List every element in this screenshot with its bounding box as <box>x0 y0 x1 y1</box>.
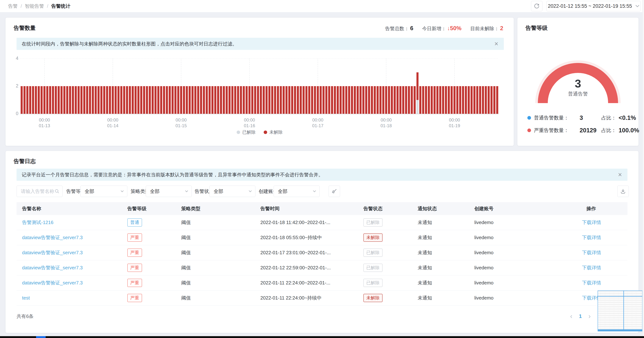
bar-unresolved[interactable] <box>351 86 353 114</box>
bar-unresolved[interactable] <box>356 86 358 114</box>
bar-unresolved[interactable] <box>243 86 245 114</box>
download-button[interactable] <box>617 186 629 197</box>
bar-unresolved[interactable] <box>490 86 492 114</box>
bar-unresolved[interactable] <box>450 86 453 114</box>
filter-select-level[interactable]: 全部 <box>80 186 127 197</box>
prev-page-button[interactable]: ‹ <box>570 313 572 319</box>
bar-unresolved[interactable] <box>231 86 233 114</box>
bar-unresolved[interactable] <box>35 86 37 114</box>
bar-unresolved[interactable] <box>371 86 373 114</box>
bar-unresolved[interactable] <box>485 86 487 114</box>
bar-unresolved[interactable] <box>428 86 430 114</box>
bar-unresolved[interactable] <box>297 86 299 114</box>
bar-unresolved[interactable] <box>268 86 270 114</box>
bar-unresolved[interactable] <box>46 86 48 114</box>
bar-unresolved[interactable] <box>186 86 188 114</box>
bar-unresolved[interactable] <box>476 86 478 114</box>
bar-unresolved[interactable] <box>174 86 176 114</box>
bar-unresolved[interactable] <box>405 86 407 114</box>
bar-unresolved[interactable] <box>220 86 222 114</box>
filter-select-account[interactable]: 全部 <box>274 186 320 197</box>
bar-unresolved[interactable] <box>41 86 43 114</box>
bar-unresolved[interactable] <box>271 86 273 114</box>
alert-name-link[interactable]: dataview告警验证_server7.3 <box>22 280 127 286</box>
bar-unresolved[interactable] <box>60 86 62 114</box>
bar-unresolved[interactable] <box>109 86 111 114</box>
bar-unresolved[interactable] <box>86 86 88 114</box>
breadcrumb-item[interactable]: 告警 <box>8 3 18 10</box>
bar-unresolved[interactable] <box>260 86 262 114</box>
bar-unresolved[interactable] <box>52 86 54 114</box>
close-icon[interactable]: × <box>494 41 499 47</box>
bar-unresolved[interactable] <box>402 86 404 114</box>
scrollbar-track[interactable] <box>642 0 644 338</box>
bar-unresolved[interactable] <box>120 86 122 114</box>
bar-unresolved[interactable] <box>118 86 120 114</box>
bar-unresolved[interactable] <box>391 86 393 114</box>
bar-unresolved[interactable] <box>482 86 484 114</box>
bar-unresolved[interactable] <box>138 86 140 114</box>
next-page-button[interactable]: › <box>588 313 591 319</box>
bar-unresolved[interactable] <box>140 86 142 114</box>
bar-unresolved[interactable] <box>226 86 228 114</box>
bar-unresolved[interactable] <box>209 86 211 114</box>
bar-unresolved[interactable] <box>431 86 433 114</box>
bar-unresolved[interactable] <box>496 86 498 114</box>
bar-unresolved[interactable] <box>26 86 28 114</box>
bar-unresolved[interactable] <box>69 86 71 114</box>
bar-unresolved[interactable] <box>345 86 347 114</box>
bar-unresolved[interactable] <box>106 86 108 114</box>
bar-unresolved[interactable] <box>75 86 77 114</box>
bar-unresolved[interactable] <box>80 86 82 114</box>
download-detail-link[interactable]: 下载详情 <box>582 234 628 241</box>
bar-unresolved[interactable] <box>411 86 413 114</box>
bar-unresolved[interactable] <box>470 86 472 114</box>
bar-unresolved[interactable] <box>454 86 456 114</box>
bar-unresolved[interactable] <box>388 86 390 114</box>
bar-unresolved[interactable] <box>237 86 239 114</box>
bar-unresolved[interactable] <box>266 86 268 114</box>
legend-item-unresolved[interactable]: 未解除 <box>264 129 282 135</box>
filter-select-policy-type[interactable]: 全部 <box>146 186 192 197</box>
bar-unresolved[interactable] <box>20 86 23 114</box>
bar-unresolved[interactable] <box>217 86 219 114</box>
bar-unresolved[interactable] <box>337 86 339 114</box>
bar-unresolved[interactable] <box>251 86 253 114</box>
bar-unresolved[interactable] <box>112 86 114 114</box>
bar-unresolved[interactable] <box>192 86 194 114</box>
bar-unresolved[interactable] <box>322 86 324 114</box>
bar-unresolved[interactable] <box>374 86 376 114</box>
bar-unresolved[interactable] <box>365 86 367 114</box>
bar-unresolved[interactable] <box>154 86 156 114</box>
bar-unresolved[interactable] <box>143 86 145 114</box>
bar-unresolved[interactable] <box>240 86 242 114</box>
close-icon[interactable]: × <box>618 171 622 178</box>
bar-unresolved[interactable] <box>282 86 285 114</box>
bar-unresolved[interactable] <box>129 86 131 114</box>
download-detail-link[interactable]: 下载详情 <box>582 219 628 226</box>
bar-unresolved[interactable] <box>325 86 327 114</box>
bar-unresolved[interactable] <box>123 86 125 114</box>
alert-name-search[interactable] <box>16 186 62 197</box>
alert-name-link[interactable]: dataview告警验证_server7.3 <box>22 249 127 256</box>
bar-unresolved[interactable] <box>98 86 100 114</box>
bar-unresolved[interactable] <box>163 86 165 114</box>
bar-unresolved[interactable] <box>126 86 128 114</box>
bar-unresolved[interactable] <box>58 86 60 114</box>
bar-unresolved[interactable] <box>320 86 322 114</box>
bar-unresolved[interactable] <box>408 86 410 114</box>
bar-unresolved[interactable] <box>400 86 402 114</box>
bar-unresolved[interactable] <box>331 86 333 114</box>
bar-unresolved[interactable] <box>177 86 179 114</box>
bar-unresolved[interactable] <box>95 86 97 114</box>
bar-unresolved[interactable] <box>169 86 171 114</box>
bar-unresolved[interactable] <box>115 86 117 114</box>
bar-unresolved[interactable] <box>396 86 398 114</box>
bar-unresolved[interactable] <box>354 86 356 114</box>
bar-unresolved[interactable] <box>132 86 134 114</box>
bar-unresolved[interactable] <box>44 86 46 114</box>
bar-unresolved[interactable] <box>66 86 68 114</box>
bar-unresolved[interactable] <box>445 86 447 114</box>
bar-unresolved[interactable] <box>257 86 259 114</box>
bar-unresolved[interactable] <box>274 86 276 114</box>
